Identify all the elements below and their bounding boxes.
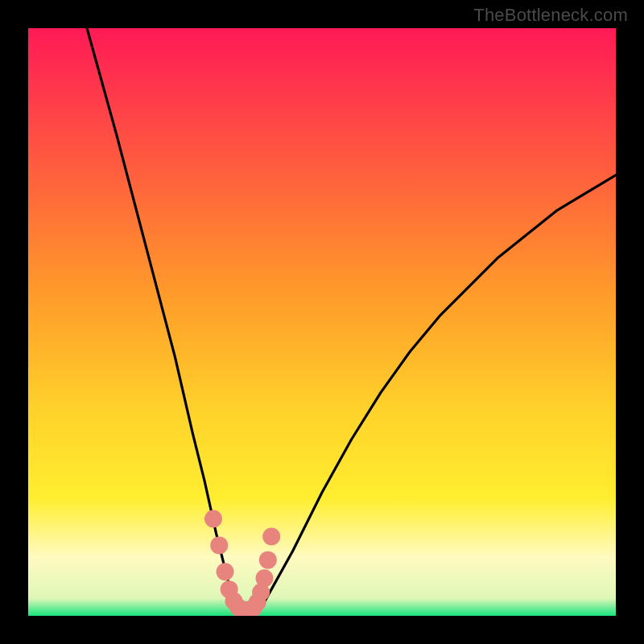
gradient-background [28, 28, 616, 616]
marker-dot [259, 551, 277, 569]
marker-dot [204, 510, 222, 528]
marker-dot [255, 569, 273, 587]
marker-dot [210, 536, 228, 554]
chart-frame: TheBottleneck.com [0, 0, 644, 644]
chart-svg [28, 28, 616, 616]
plot-area [28, 28, 616, 616]
marker-dot [217, 563, 234, 580]
marker-dot [262, 527, 280, 545]
watermark-text: TheBottleneck.com [473, 5, 628, 26]
